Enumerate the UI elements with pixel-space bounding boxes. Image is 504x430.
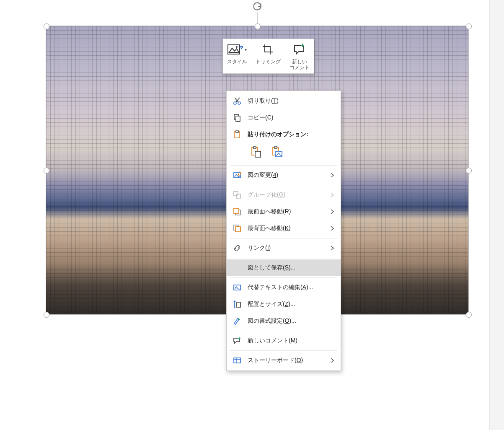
resize-handle-sw[interactable] [44, 312, 49, 318]
blank-icon [233, 263, 242, 272]
menu-edit-alt-text[interactable]: 代替テキストの編集(A)... [227, 279, 341, 296]
resize-handle-e[interactable] [466, 168, 472, 174]
svg-rect-17 [234, 192, 238, 196]
svg-rect-9 [236, 131, 238, 132]
svg-rect-11 [253, 147, 256, 148]
menu-divider [230, 238, 337, 238]
submenu-arrow-icon [331, 226, 334, 231]
mini-new-comment-button[interactable]: 新しい コメント [285, 39, 314, 73]
svg-rect-22 [235, 227, 240, 232]
paste-keep-source-button[interactable] [248, 144, 264, 161]
new-comment-icon [293, 42, 306, 57]
paste-keep-source-icon [250, 146, 262, 158]
menu-size-and-position-label: 配置とサイズ(Z)... [248, 300, 334, 308]
svg-rect-18 [236, 194, 240, 198]
resize-handle-se[interactable] [466, 312, 472, 318]
menu-size-and-position[interactable]: 配置とサイズ(Z)... [227, 296, 341, 313]
context-menu: 切り取り(T) コピー(C) 貼り付けのオプション: [226, 91, 341, 371]
menu-paste-header: 貼り付けのオプション: [227, 126, 341, 143]
rotation-handle-icon[interactable] [252, 1, 263, 12]
menu-divider [230, 331, 337, 331]
menu-edit-alt-text-label: 代替テキストの編集(A)... [248, 284, 334, 291]
menu-new-comment-label: 新しいコメント(M) [248, 337, 334, 345]
menu-divider [230, 350, 337, 351]
menu-cut-label: 切り取り(T) [248, 97, 334, 105]
menu-link-label: リンク(I) [248, 244, 325, 252]
mini-style-label: スタイル [227, 59, 247, 65]
menu-send-to-back-label: 最背面へ移動(K) [248, 225, 325, 232]
mini-new-comment-label: 新しい コメント [289, 59, 310, 71]
svg-rect-7 [236, 116, 240, 122]
menu-format-picture[interactable]: 図の書式設定(O)... [227, 313, 341, 329]
svg-rect-14 [274, 147, 277, 148]
svg-point-3 [241, 46, 243, 47]
submenu-arrow-icon [331, 192, 334, 197]
new-comment-icon [233, 336, 242, 345]
menu-divider [230, 165, 337, 166]
dropdown-caret-icon: ▾ [245, 47, 247, 52]
mini-toolbar: ▾ スタイル トリミング 新しい コメント [222, 39, 314, 74]
menu-bring-to-front[interactable]: 最前面へ移動(R) [227, 203, 341, 220]
mini-crop-label: トリミング [256, 59, 281, 65]
resize-handle-w[interactable] [44, 168, 49, 174]
send-back-icon [233, 224, 242, 233]
resize-handle-nw[interactable] [44, 23, 49, 29]
menu-storyboard-label: ストーリーボード(O) [248, 357, 325, 364]
menu-divider [230, 185, 337, 185]
submenu-arrow-icon [331, 173, 334, 178]
svg-rect-20 [234, 208, 239, 213]
menu-divider [230, 277, 337, 278]
paste-options-row [227, 143, 341, 164]
svg-point-2 [236, 46, 238, 48]
paste-as-picture-button[interactable] [269, 144, 285, 161]
paste-as-picture-icon [271, 146, 283, 158]
copy-icon [233, 113, 242, 122]
menu-bring-to-front-label: 最前面へ移動(R) [248, 208, 325, 215]
menu-change-picture[interactable]: 図の変更(4) [227, 167, 341, 184]
menu-send-to-back[interactable]: 最背面へ移動(K) [227, 220, 341, 237]
menu-group: グループ化(G) [227, 187, 341, 203]
alt-text-icon [233, 283, 242, 292]
mini-style-button[interactable]: ▾ スタイル [223, 39, 251, 73]
link-icon [233, 243, 242, 253]
svg-rect-25 [234, 358, 240, 363]
menu-storyboard[interactable]: ストーリーボード(O) [227, 352, 341, 369]
menu-cut[interactable]: 切り取り(T) [227, 93, 341, 109]
storyboard-icon [233, 356, 242, 365]
svg-rect-24 [237, 302, 240, 307]
group-icon [233, 190, 242, 199]
change-picture-icon [233, 171, 242, 180]
size-position-icon [233, 300, 242, 309]
format-picture-icon [233, 316, 242, 326]
crop-icon [262, 42, 274, 57]
submenu-arrow-icon [331, 358, 334, 363]
resize-handle-n[interactable] [255, 23, 261, 29]
menu-divider [230, 258, 337, 258]
right-pane-gutter [489, 0, 504, 430]
menu-link[interactable]: リンク(I) [227, 240, 341, 256]
menu-change-picture-label: 図の変更(4) [248, 171, 325, 179]
slide-canvas[interactable]: ▾ スタイル トリミング 新しい コメント [0, 0, 504, 430]
menu-group-label: グループ化(G) [248, 191, 325, 199]
picture-style-icon: ▾ [227, 42, 247, 57]
menu-copy[interactable]: コピー(C) [227, 109, 341, 126]
menu-save-as-picture-label: 図として保存(S)... [248, 264, 334, 272]
menu-format-picture-label: 図の書式設定(O)... [248, 317, 334, 325]
bring-front-icon [233, 207, 242, 216]
menu-copy-label: コピー(C) [248, 114, 334, 122]
menu-save-as-picture[interactable]: 図として保存(S)... [227, 259, 341, 276]
menu-paste-header-label: 貼り付けのオプション: [248, 131, 334, 138]
mini-crop-button[interactable]: トリミング [251, 39, 285, 73]
resize-handle-ne[interactable] [466, 23, 472, 29]
scissors-icon [233, 96, 242, 106]
menu-new-comment[interactable]: 新しいコメント(M) [227, 332, 341, 349]
rotation-line [257, 12, 258, 24]
clipboard-icon [233, 130, 242, 139]
svg-rect-12 [255, 151, 261, 157]
submenu-arrow-icon [331, 246, 334, 251]
submenu-arrow-icon [331, 209, 334, 214]
